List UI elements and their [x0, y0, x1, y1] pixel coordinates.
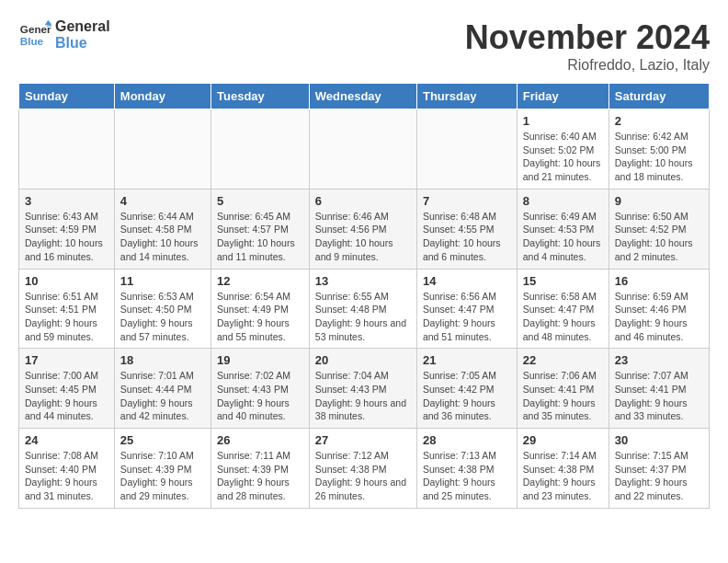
location-title: Riofreddo, Lazio, Italy	[465, 57, 710, 74]
page-header: General Blue General Blue November 2024 …	[18, 18, 710, 74]
week-row-5: 24Sunrise: 7:08 AM Sunset: 4:40 PM Dayli…	[19, 429, 710, 509]
day-cell: 27Sunrise: 7:12 AM Sunset: 4:38 PM Dayli…	[309, 429, 416, 509]
day-info: Sunrise: 6:51 AM Sunset: 4:51 PM Dayligh…	[25, 290, 108, 344]
day-cell: 26Sunrise: 7:11 AM Sunset: 4:39 PM Dayli…	[211, 429, 310, 509]
day-number: 4	[120, 194, 205, 208]
day-info: Sunrise: 6:43 AM Sunset: 4:59 PM Dayligh…	[25, 210, 108, 264]
day-cell	[19, 109, 115, 190]
calendar-header-row: SundayMondayTuesdayWednesdayThursdayFrid…	[19, 84, 710, 109]
day-cell: 6Sunrise: 6:46 AM Sunset: 4:56 PM Daylig…	[309, 189, 416, 269]
week-row-1: 1Sunrise: 6:40 AM Sunset: 5:02 PM Daylig…	[19, 109, 710, 190]
day-cell: 21Sunrise: 7:05 AM Sunset: 4:42 PM Dayli…	[416, 349, 517, 429]
day-cell: 16Sunrise: 6:59 AM Sunset: 4:46 PM Dayli…	[609, 269, 709, 349]
day-number: 12	[217, 274, 303, 288]
header-monday: Monday	[114, 84, 210, 109]
day-cell: 13Sunrise: 6:55 AM Sunset: 4:48 PM Dayli…	[309, 269, 416, 349]
day-number: 9	[615, 194, 703, 208]
day-cell: 8Sunrise: 6:49 AM Sunset: 4:53 PM Daylig…	[517, 189, 609, 269]
day-cell: 30Sunrise: 7:15 AM Sunset: 4:37 PM Dayli…	[609, 429, 709, 509]
day-info: Sunrise: 7:00 AM Sunset: 4:45 PM Dayligh…	[25, 369, 108, 423]
day-number: 8	[523, 194, 603, 208]
day-info: Sunrise: 7:07 AM Sunset: 4:41 PM Dayligh…	[615, 369, 703, 423]
day-number: 5	[217, 194, 303, 208]
day-info: Sunrise: 6:50 AM Sunset: 4:52 PM Dayligh…	[615, 210, 703, 264]
day-number: 15	[523, 274, 603, 288]
day-cell: 18Sunrise: 7:01 AM Sunset: 4:44 PM Dayli…	[114, 349, 210, 429]
day-cell: 14Sunrise: 6:56 AM Sunset: 4:47 PM Dayli…	[416, 269, 517, 349]
header-tuesday: Tuesday	[211, 84, 310, 109]
day-cell: 19Sunrise: 7:02 AM Sunset: 4:43 PM Dayli…	[211, 349, 310, 429]
day-info: Sunrise: 7:12 AM Sunset: 4:38 PM Dayligh…	[315, 449, 411, 503]
day-cell: 1Sunrise: 6:40 AM Sunset: 5:02 PM Daylig…	[517, 109, 609, 190]
day-cell: 10Sunrise: 6:51 AM Sunset: 4:51 PM Dayli…	[19, 269, 115, 349]
day-cell: 25Sunrise: 7:10 AM Sunset: 4:39 PM Dayli…	[114, 429, 210, 509]
day-number: 26	[217, 433, 303, 447]
day-cell	[309, 109, 416, 190]
title-section: November 2024 Riofreddo, Lazio, Italy	[465, 18, 710, 74]
week-row-2: 3Sunrise: 6:43 AM Sunset: 4:59 PM Daylig…	[19, 189, 710, 269]
day-number: 13	[315, 274, 411, 288]
day-info: Sunrise: 6:42 AM Sunset: 5:00 PM Dayligh…	[615, 130, 703, 184]
day-info: Sunrise: 7:14 AM Sunset: 4:38 PM Dayligh…	[523, 449, 603, 503]
day-cell: 4Sunrise: 6:44 AM Sunset: 4:58 PM Daylig…	[114, 189, 210, 269]
day-info: Sunrise: 6:58 AM Sunset: 4:47 PM Dayligh…	[523, 290, 603, 344]
day-cell: 2Sunrise: 6:42 AM Sunset: 5:00 PM Daylig…	[609, 109, 709, 190]
day-number: 21	[423, 353, 511, 367]
day-info: Sunrise: 7:06 AM Sunset: 4:41 PM Dayligh…	[523, 369, 603, 423]
day-info: Sunrise: 7:01 AM Sunset: 4:44 PM Dayligh…	[120, 369, 205, 423]
day-number: 10	[25, 274, 108, 288]
day-info: Sunrise: 6:53 AM Sunset: 4:50 PM Dayligh…	[120, 290, 205, 344]
day-info: Sunrise: 7:05 AM Sunset: 4:42 PM Dayligh…	[423, 369, 511, 423]
logo: General Blue General Blue	[18, 18, 110, 52]
header-thursday: Thursday	[416, 84, 517, 109]
day-number: 29	[523, 433, 603, 447]
week-row-3: 10Sunrise: 6:51 AM Sunset: 4:51 PM Dayli…	[19, 269, 710, 349]
logo-general: General	[55, 18, 110, 35]
day-info: Sunrise: 6:44 AM Sunset: 4:58 PM Dayligh…	[120, 210, 205, 264]
day-number: 30	[615, 433, 703, 447]
header-sunday: Sunday	[19, 84, 115, 109]
day-cell: 20Sunrise: 7:04 AM Sunset: 4:43 PM Dayli…	[309, 349, 416, 429]
day-info: Sunrise: 6:46 AM Sunset: 4:56 PM Dayligh…	[315, 210, 411, 264]
day-number: 23	[615, 353, 703, 367]
day-cell: 22Sunrise: 7:06 AM Sunset: 4:41 PM Dayli…	[517, 349, 609, 429]
day-number: 27	[315, 433, 411, 447]
logo-icon: General Blue	[18, 18, 51, 52]
day-info: Sunrise: 7:02 AM Sunset: 4:43 PM Dayligh…	[217, 369, 303, 423]
day-number: 25	[120, 433, 205, 447]
day-number: 28	[423, 433, 511, 447]
day-info: Sunrise: 6:48 AM Sunset: 4:55 PM Dayligh…	[423, 210, 511, 264]
day-cell: 11Sunrise: 6:53 AM Sunset: 4:50 PM Dayli…	[114, 269, 210, 349]
day-cell: 17Sunrise: 7:00 AM Sunset: 4:45 PM Dayli…	[19, 349, 115, 429]
day-cell	[416, 109, 517, 190]
day-number: 11	[120, 274, 205, 288]
day-cell: 12Sunrise: 6:54 AM Sunset: 4:49 PM Dayli…	[211, 269, 310, 349]
week-row-4: 17Sunrise: 7:00 AM Sunset: 4:45 PM Dayli…	[19, 349, 710, 429]
day-cell: 9Sunrise: 6:50 AM Sunset: 4:52 PM Daylig…	[609, 189, 709, 269]
day-number: 17	[25, 353, 108, 367]
day-info: Sunrise: 6:55 AM Sunset: 4:48 PM Dayligh…	[315, 290, 411, 344]
day-cell: 29Sunrise: 7:14 AM Sunset: 4:38 PM Dayli…	[517, 429, 609, 509]
day-info: Sunrise: 6:40 AM Sunset: 5:02 PM Dayligh…	[523, 130, 603, 184]
day-info: Sunrise: 7:04 AM Sunset: 4:43 PM Dayligh…	[315, 369, 411, 423]
day-cell: 15Sunrise: 6:58 AM Sunset: 4:47 PM Dayli…	[517, 269, 609, 349]
day-cell	[114, 109, 210, 190]
calendar-table: SundayMondayTuesdayWednesdayThursdayFrid…	[18, 83, 710, 509]
day-number: 16	[615, 274, 703, 288]
day-info: Sunrise: 6:45 AM Sunset: 4:57 PM Dayligh…	[217, 210, 303, 264]
day-info: Sunrise: 7:15 AM Sunset: 4:37 PM Dayligh…	[615, 449, 703, 503]
day-number: 18	[120, 353, 205, 367]
day-info: Sunrise: 7:13 AM Sunset: 4:38 PM Dayligh…	[423, 449, 511, 503]
day-cell: 3Sunrise: 6:43 AM Sunset: 4:59 PM Daylig…	[19, 189, 115, 269]
day-number: 6	[315, 194, 411, 208]
day-info: Sunrise: 6:54 AM Sunset: 4:49 PM Dayligh…	[217, 290, 303, 344]
logo-blue: Blue	[55, 35, 110, 52]
header-friday: Friday	[517, 84, 609, 109]
day-info: Sunrise: 6:56 AM Sunset: 4:47 PM Dayligh…	[423, 290, 511, 344]
day-cell: 7Sunrise: 6:48 AM Sunset: 4:55 PM Daylig…	[416, 189, 517, 269]
day-number: 3	[25, 194, 108, 208]
day-info: Sunrise: 6:59 AM Sunset: 4:46 PM Dayligh…	[615, 290, 703, 344]
day-number: 7	[423, 194, 511, 208]
day-cell: 23Sunrise: 7:07 AM Sunset: 4:41 PM Dayli…	[609, 349, 709, 429]
month-title: November 2024	[465, 18, 710, 57]
